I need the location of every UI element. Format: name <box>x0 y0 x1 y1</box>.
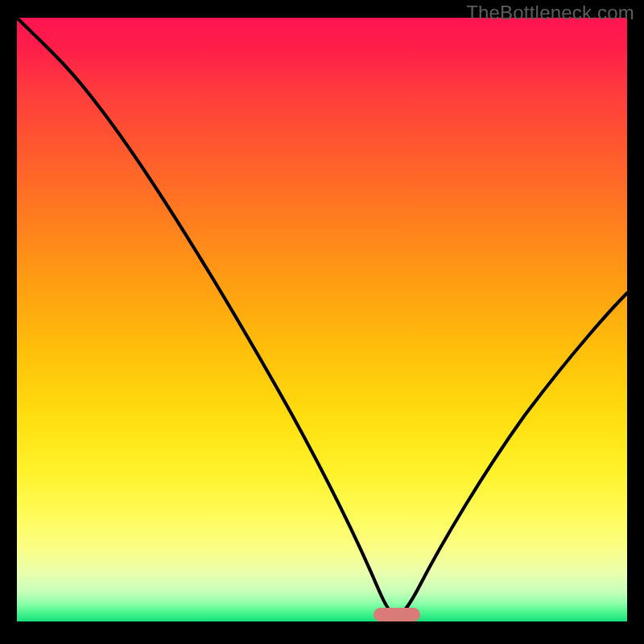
bottleneck-curve <box>17 18 627 621</box>
minimum-marker <box>374 608 420 621</box>
curve-path <box>17 18 627 616</box>
chart-frame: TheBottleneck.com <box>0 0 644 644</box>
watermark-text: TheBottleneck.com <box>466 2 634 24</box>
plot-area <box>17 18 627 621</box>
